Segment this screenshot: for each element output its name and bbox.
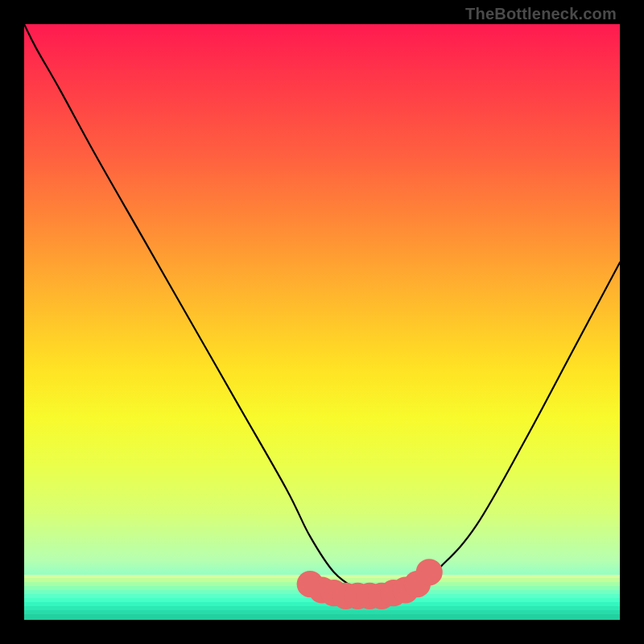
floor-blob-group (297, 559, 443, 609)
curve-layer (24, 24, 620, 620)
bottleneck-curve (24, 24, 620, 597)
floor-blob (416, 559, 443, 585)
chart-frame: TheBottleneck.com (0, 0, 644, 644)
plot-area (24, 24, 620, 620)
watermark-text: TheBottleneck.com (465, 5, 617, 23)
